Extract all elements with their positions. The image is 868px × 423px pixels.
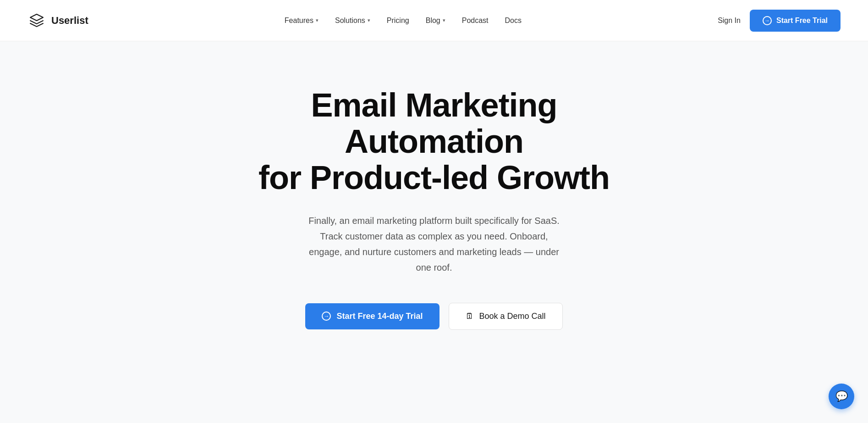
nav-link-features[interactable]: Features ▾	[285, 17, 319, 25]
hero-cta-group: → Start Free 14-day Trial 🗓 Book a Demo …	[305, 303, 562, 330]
hero-title: Email Marketing Automation for Product-l…	[228, 87, 640, 196]
nav-item-podcast[interactable]: Podcast	[462, 17, 489, 25]
nav-link-solutions[interactable]: Solutions ▾	[335, 17, 370, 25]
brand-name: Userlist	[51, 15, 88, 27]
logo-icon	[27, 11, 46, 30]
nav-item-pricing[interactable]: Pricing	[387, 17, 409, 25]
nav-link-pricing[interactable]: Pricing	[387, 17, 409, 25]
chevron-down-icon: ▾	[443, 17, 445, 23]
hero-subtitle: Finally, an email marketing platform bui…	[306, 213, 562, 275]
sign-in-link[interactable]: Sign In	[718, 17, 741, 25]
nav-link-docs[interactable]: Docs	[505, 17, 522, 25]
nav-link-blog[interactable]: Blog ▾	[426, 17, 445, 25]
arrow-circle-icon: →	[322, 312, 331, 321]
chat-support-button[interactable]: 💬	[829, 384, 854, 409]
hero-primary-cta-button[interactable]: → Start Free 14-day Trial	[305, 303, 439, 329]
hero-section: Email Marketing Automation for Product-l…	[0, 41, 868, 367]
nav-links: Features ▾ Solutions ▾ Pricing Blog ▾ Po…	[285, 17, 522, 25]
chevron-down-icon: ▾	[368, 17, 370, 23]
nav-item-features[interactable]: Features ▾	[285, 17, 319, 25]
calendar-icon: 🗓	[466, 312, 474, 321]
chevron-down-icon: ▾	[316, 17, 319, 23]
nav-item-blog[interactable]: Blog ▾	[426, 17, 445, 25]
navbar: Userlist Features ▾ Solutions ▾ Pricing …	[0, 0, 868, 41]
hero-secondary-cta-button[interactable]: 🗓 Book a Demo Call	[449, 303, 563, 330]
logo-link[interactable]: Userlist	[27, 11, 88, 30]
nav-link-podcast[interactable]: Podcast	[462, 17, 489, 25]
chat-icon: 💬	[835, 390, 848, 402]
nav-start-trial-button[interactable]: → Start Free Trial	[750, 10, 841, 32]
nav-item-solutions[interactable]: Solutions ▾	[335, 17, 370, 25]
arrow-circle-icon: →	[763, 16, 772, 25]
nav-right: Sign In → Start Free Trial	[718, 10, 841, 32]
nav-item-docs[interactable]: Docs	[505, 17, 522, 25]
